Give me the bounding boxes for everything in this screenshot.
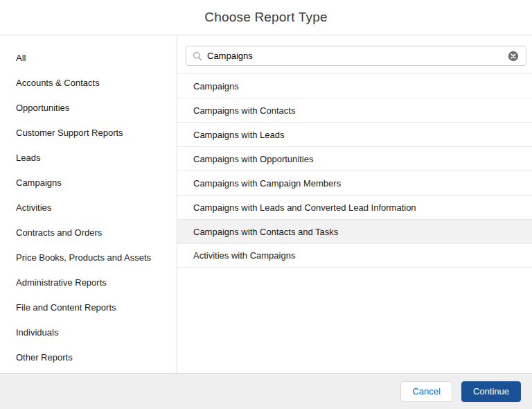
continue-button[interactable]: Continue bbox=[461, 381, 521, 402]
report-type-search-input[interactable] bbox=[207, 51, 508, 61]
sidebar-category-label: All bbox=[16, 53, 26, 63]
sidebar-category-label: File and Content Reports bbox=[16, 302, 116, 313]
report-type-results-list: Campaigns Campaigns with Contacts Campai… bbox=[177, 73, 532, 268]
sidebar-category-label: Contracts and Orders bbox=[16, 227, 102, 238]
report-type-result-label: Activities with Campaigns bbox=[193, 250, 295, 261]
report-type-result-label: Campaigns with Opportunities bbox=[193, 154, 313, 164]
report-type-result-label: Campaigns with Leads and Converted Lead … bbox=[193, 202, 416, 213]
sidebar-category-item[interactable]: Price Books, Products and Assets bbox=[0, 245, 177, 270]
sidebar-category-label: Price Books, Products and Assets bbox=[16, 252, 151, 263]
modal-body: All Accounts & Contacts Opportunities Cu… bbox=[0, 35, 532, 373]
report-type-result-row[interactable]: Campaigns with Contacts and Tasks bbox=[177, 219, 532, 243]
sidebar-category-item[interactable]: Administrative Reports bbox=[0, 270, 177, 295]
report-type-result-row[interactable]: Campaigns with Contacts bbox=[177, 98, 532, 122]
search-icon bbox=[193, 51, 202, 61]
sidebar-category-label: Campaigns bbox=[16, 177, 62, 188]
sidebar-category-label: Customer Support Reports bbox=[16, 128, 123, 138]
report-type-result-row[interactable]: Campaigns bbox=[177, 73, 532, 98]
report-type-result-label: Campaigns with Campaign Members bbox=[193, 178, 341, 189]
report-category-sidebar: All Accounts & Contacts Opportunities Cu… bbox=[0, 35, 177, 373]
report-type-result-row[interactable]: Activities with Campaigns bbox=[177, 243, 532, 268]
sidebar-category-item[interactable]: Accounts & Contacts bbox=[0, 70, 177, 95]
report-type-result-label: Campaigns with Leads bbox=[193, 130, 285, 140]
sidebar-category-item[interactable]: Leads bbox=[0, 145, 177, 170]
sidebar-category-item[interactable]: Other Reports bbox=[0, 345, 177, 369]
sidebar-category-item[interactable]: Activities bbox=[0, 195, 177, 220]
modal-title: Choose Report Type bbox=[204, 10, 328, 25]
search-wrap bbox=[186, 46, 526, 66]
sidebar-category-label: Accounts & Contacts bbox=[16, 78, 100, 88]
sidebar-category-label: Opportunities bbox=[16, 103, 69, 113]
report-type-result-row[interactable]: Campaigns with Leads and Converted Lead … bbox=[177, 195, 532, 219]
sidebar-category-item[interactable]: Individuals bbox=[0, 320, 177, 345]
sidebar-category-item[interactable]: Contracts and Orders bbox=[0, 220, 177, 245]
report-type-result-label: Campaigns with Contacts and Tasks bbox=[193, 227, 338, 237]
choose-report-type-modal: Choose Report Type All Accounts & Contac… bbox=[0, 0, 532, 409]
modal-footer: Cancel Continue bbox=[0, 373, 532, 409]
clear-icon bbox=[508, 51, 519, 62]
report-type-result-row[interactable]: Campaigns with Opportunities bbox=[177, 146, 532, 171]
report-type-result-label: Campaigns bbox=[193, 81, 239, 92]
sidebar-category-label: Individuals bbox=[16, 327, 58, 338]
sidebar-category-label: Activities bbox=[16, 202, 51, 213]
sidebar-category-item[interactable]: All bbox=[0, 45, 177, 70]
sidebar-category-item[interactable]: File and Content Reports bbox=[0, 295, 177, 320]
cancel-button[interactable]: Cancel bbox=[400, 381, 452, 402]
report-type-panel: Campaigns Campaigns with Contacts Campai… bbox=[177, 35, 532, 373]
sidebar-category-item[interactable]: Customer Support Reports bbox=[0, 120, 177, 145]
search-box bbox=[186, 46, 526, 66]
sidebar-category-label: Administrative Reports bbox=[16, 277, 107, 288]
sidebar-category-label: Other Reports bbox=[16, 352, 73, 363]
sidebar-category-item[interactable]: Opportunities bbox=[0, 95, 177, 120]
clear-search-button[interactable] bbox=[508, 51, 519, 62]
report-type-result-label: Campaigns with Contacts bbox=[193, 105, 295, 116]
modal-header: Choose Report Type bbox=[0, 0, 532, 35]
report-type-result-row[interactable]: Campaigns with Campaign Members bbox=[177, 171, 532, 195]
report-type-result-row[interactable]: Campaigns with Leads bbox=[177, 122, 532, 146]
sidebar-category-item[interactable]: Campaigns bbox=[0, 170, 177, 195]
sidebar-category-label: Leads bbox=[16, 153, 40, 163]
